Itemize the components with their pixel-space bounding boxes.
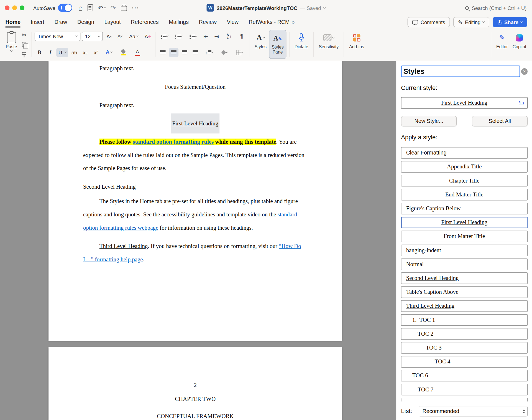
tab-insert[interactable]: Insert (31, 17, 44, 27)
style-item[interactable]: TOC 4 (401, 356, 528, 368)
show-formatting-marks-button[interactable] (237, 32, 246, 41)
style-item[interactable]: Front Matter Title (401, 231, 528, 242)
close-icon[interactable]: × (521, 68, 528, 75)
focus-statement-heading[interactable]: Focus Statement/Question (83, 80, 307, 93)
tab-references[interactable]: References (131, 17, 158, 27)
style-item[interactable]: Third Level Heading (401, 300, 528, 312)
paragraph[interactable]: Paragraph text. (83, 98, 307, 112)
format-painter-button[interactable] (19, 49, 29, 58)
editor-button[interactable]: Editor (494, 30, 510, 59)
styles-pane-button[interactable]: A Styles Pane (269, 30, 287, 59)
bold-button[interactable]: B (35, 48, 44, 57)
more-options-icon[interactable] (132, 4, 139, 12)
style-item[interactable]: Clear Formatting (401, 147, 528, 159)
style-item[interactable]: 1. TOC 1 (401, 314, 528, 326)
bullets-button[interactable] (158, 32, 171, 41)
tab-home[interactable]: Home (6, 17, 21, 27)
list-filter-dropdown[interactable]: Recommended (419, 406, 528, 416)
second-level-heading[interactable]: Second Level Heading (83, 180, 307, 193)
tab-mailings[interactable]: Mailings (169, 17, 189, 27)
style-item[interactable]: Second Level Heading (401, 272, 528, 284)
font-color-button[interactable]: A (131, 48, 144, 57)
paragraph-highlighted[interactable]: Please follow standard option formatting… (83, 135, 307, 175)
copilot-button[interactable]: Copilot (510, 30, 529, 59)
align-right-button[interactable] (180, 48, 189, 57)
tab-design[interactable]: Design (77, 17, 94, 27)
first-level-heading[interactable]: First Level Heading (83, 117, 307, 130)
paragraph[interactable]: The Styles in the Home tab are pre-set f… (83, 195, 307, 234)
clear-formatting-button[interactable]: A (143, 32, 152, 41)
multilevel-list-button[interactable] (187, 32, 200, 41)
style-item[interactable]: End Matter Title (401, 189, 528, 201)
redo-icon[interactable] (111, 5, 116, 11)
autosave-toggle[interactable] (58, 4, 72, 12)
new-style-button[interactable]: New Style... (401, 116, 457, 126)
paragraph[interactable]: Third Level Heading. If you have technic… (83, 239, 307, 266)
save-icon[interactable] (88, 4, 93, 11)
style-item[interactable]: Normal (401, 259, 528, 270)
tab-refworks-rcm[interactable]: RefWorks - RCM (249, 17, 290, 27)
text-effects-button[interactable]: A (102, 48, 116, 57)
cut-button[interactable] (19, 31, 29, 40)
strikethrough-button[interactable]: ab (70, 48, 79, 57)
style-item[interactable]: First Level Heading (401, 217, 528, 228)
style-item[interactable]: TOC 7 (401, 384, 528, 396)
change-case-button[interactable]: Aa (126, 32, 142, 41)
font-name-select[interactable]: Times New... (35, 32, 80, 41)
styles-button[interactable]: A Styles (252, 30, 269, 59)
sort-button[interactable]: AZ (223, 32, 236, 41)
numbering-button[interactable] (172, 32, 185, 41)
sensitivity-button[interactable]: Sensitivity (316, 30, 341, 59)
select-all-button[interactable]: Select All (472, 116, 528, 126)
paste-button[interactable]: Paste (3, 30, 19, 59)
zoom-window-button[interactable] (20, 6, 24, 10)
borders-button[interactable] (233, 48, 246, 57)
tab-review[interactable]: Review (199, 17, 217, 27)
add-ins-button[interactable]: Add-ins (347, 30, 367, 59)
copy-button[interactable] (19, 40, 29, 49)
align-left-button[interactable] (158, 48, 168, 57)
style-item[interactable]: TOC 3 (401, 342, 528, 354)
style-item[interactable]: Table's Caption Above (401, 286, 528, 298)
document-page-2[interactable]: 2 CHAPTER TWO CONCEPTUAL FRAMEWORK (48, 347, 342, 420)
line-spacing-button[interactable] (202, 48, 217, 57)
undo-icon[interactable] (98, 5, 103, 11)
editing-mode-dropdown[interactable]: Editing (453, 17, 489, 27)
chapter-subtitle[interactable]: CONCEPTUAL FRAMEWORK (83, 410, 307, 420)
share-button[interactable]: Share (493, 17, 527, 27)
paragraph[interactable]: Paragraph text. (83, 62, 307, 75)
style-item[interactable]: Appendix Title (401, 161, 528, 173)
search-input[interactable]: Search (Cmd + Ctrl + U) (465, 0, 526, 16)
superscript-button[interactable]: x² (91, 48, 101, 57)
home-icon[interactable] (78, 4, 83, 11)
dictate-button[interactable]: Dictate (292, 30, 311, 59)
style-item[interactable]: Figure's Caption Below (401, 203, 528, 214)
decrease-indent-button[interactable] (201, 32, 210, 41)
align-center-button[interactable] (169, 48, 178, 57)
style-item[interactable]: TOC 6 (401, 370, 528, 381)
tab-draw[interactable]: Draw (54, 17, 67, 27)
shrink-font-button[interactable]: A (115, 32, 124, 41)
font-size-select[interactable]: 12 (82, 32, 103, 41)
style-item[interactable]: TOC 2 (401, 328, 528, 340)
styles-pane-title-field[interactable]: Styles (401, 65, 520, 77)
style-item[interactable]: Chapter Title (401, 175, 528, 187)
subscript-button[interactable]: x₂ (80, 48, 90, 57)
comments-button[interactable]: Comments (408, 17, 450, 27)
print-icon[interactable] (121, 6, 127, 11)
justify-button[interactable] (191, 48, 200, 57)
tab-overflow-icon[interactable]: » (292, 19, 295, 25)
increase-indent-button[interactable] (212, 32, 221, 41)
minimize-window-button[interactable] (12, 6, 17, 10)
style-item[interactable]: hanging-indent (401, 245, 528, 256)
tab-layout[interactable]: Layout (104, 17, 121, 27)
chapter-title[interactable]: CHAPTER TWO (83, 392, 307, 406)
grow-font-button[interactable]: A (104, 32, 114, 41)
underline-button[interactable]: U (57, 48, 68, 57)
tab-view[interactable]: View (227, 17, 239, 27)
chevron-down-icon[interactable] (104, 6, 106, 9)
close-window-button[interactable] (5, 6, 9, 10)
shading-button[interactable] (218, 48, 231, 57)
document-title-area[interactable]: W 2026MasterTemplateWorkingTOC — Saved (207, 0, 326, 16)
hyperlink[interactable]: standard option formatting rules (133, 139, 214, 145)
